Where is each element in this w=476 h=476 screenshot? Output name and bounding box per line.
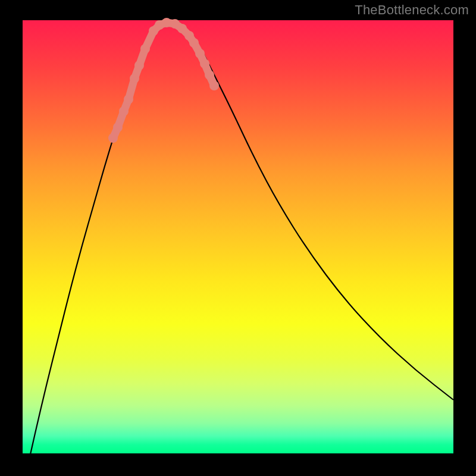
chart-plot-area — [23, 20, 453, 453]
chart-svg — [23, 20, 453, 453]
watermark-text: TheBottleneck.com — [355, 2, 469, 18]
marker-group — [108, 18, 219, 143]
bottleneck-curve-path — [23, 22, 453, 476]
app-frame: TheBottleneck.com — [0, 0, 476, 476]
marker-dot — [209, 81, 219, 90]
